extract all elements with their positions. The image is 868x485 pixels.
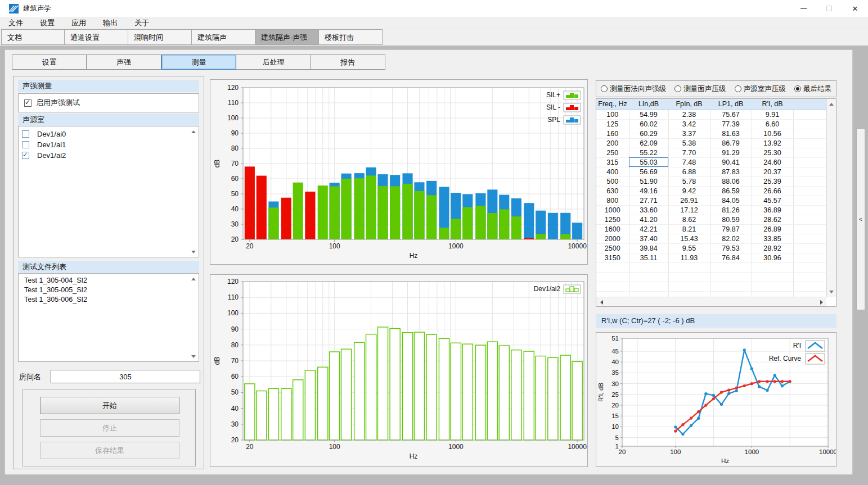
table-cell-15-5[interactable] [793,253,826,262]
table-cell-4-5[interactable] [793,148,826,157]
table-cell-8-0[interactable]: 630 [596,186,629,196]
table-cell-10-3[interactable]: 81.26 [710,205,752,215]
table-cell-5-1[interactable]: 55.03 [629,157,668,167]
panel-collapse-handle[interactable]: < [856,128,865,310]
channel-item-2[interactable]: Dev1/ai2 [19,150,199,160]
sub-tab-0[interactable]: 设置 [12,55,87,70]
table-cell-11-4[interactable]: 28.62 [752,215,793,224]
table-cell-8-3[interactable]: 86.59 [710,186,752,196]
enable-intensity-row[interactable]: 启用声强测试 [19,94,199,112]
maximize-button[interactable] [816,0,842,17]
channel-item-1[interactable]: Dev1/ai1 [19,139,199,149]
channel-checkbox-0[interactable] [22,130,29,138]
table-cell-11-2[interactable]: 8.62 [668,215,710,224]
table-cell-11-0[interactable]: 1250 [596,215,629,224]
table-cell-9-1[interactable]: 27.71 [629,196,668,205]
table-cell-2-4[interactable]: 10.56 [752,129,793,138]
file-item-2[interactable]: Test 1_305-006_SI2 [19,296,199,304]
table-cell-5-3[interactable]: 90.41 [710,157,752,167]
file-item-1[interactable]: Test 1_305-005_SI2 [19,286,199,294]
table-cell-0-0[interactable]: 100 [596,110,629,119]
radio-option-0[interactable]: 测量面法向声强级 [601,84,666,94]
table-cell-7-2[interactable]: 5.78 [668,176,710,186]
file-list-scroll-up[interactable] [191,276,196,282]
table-cell-6-3[interactable]: 87.83 [710,167,752,176]
table-cell-11-1[interactable]: 41.20 [629,215,668,224]
table-scroll-right[interactable] [818,300,824,305]
file-item-0[interactable]: Test 1_305-004_SI2 [19,277,199,285]
table-cell-3-5[interactable] [793,138,826,148]
table-cell-15-4[interactable]: 30.96 [752,253,793,262]
main-tab-3[interactable]: 建筑隔声 [192,29,255,45]
table-cell-1-0[interactable]: 125 [596,119,629,129]
table-cell-11-3[interactable]: 80.59 [710,215,752,224]
table-cell-0-1[interactable]: 54.99 [629,110,668,119]
table-scroll-left[interactable] [599,300,604,305]
main-tab-2[interactable]: 混响时间 [128,29,192,45]
table-cell-15-2[interactable]: 11.93 [668,253,710,262]
table-cell-15-1[interactable]: 35.11 [629,253,668,262]
menu-item-3[interactable]: 输出 [95,17,126,29]
table-cell-4-4[interactable]: 25.30 [752,148,793,157]
table-cell-8-2[interactable]: 9.42 [668,186,710,196]
table-cell-0-3[interactable]: 75.67 [710,110,752,119]
table-cell-6-0[interactable]: 400 [596,167,629,176]
table-cell-12-1[interactable]: 42.21 [629,224,668,234]
table-cell-7-0[interactable]: 500 [596,176,629,186]
radio-option-2[interactable]: 声源室声压级 [735,84,786,94]
table-cell-5-4[interactable]: 24.60 [752,157,793,167]
table-cell-15-0[interactable]: 3150 [596,253,629,262]
channel-item-0[interactable]: Dev1/ai0 [19,129,199,139]
main-tab-0[interactable]: 文档 [1,29,65,45]
channel-checkbox-1[interactable] [22,141,29,148]
table-cell-1-5[interactable] [793,119,826,129]
menu-item-0[interactable]: 文件 [0,17,32,29]
table-cell-14-0[interactable]: 2500 [596,243,629,253]
table-cell-10-0[interactable]: 1000 [596,205,629,215]
table-cell-0-5[interactable] [793,110,826,119]
table-cell-10-2[interactable]: 17.12 [668,205,710,215]
table-cell-9-2[interactable]: 26.91 [668,196,710,205]
close-button[interactable]: ✕ [842,0,868,17]
table-horizontal-scrollbar[interactable] [596,297,826,306]
menu-item-4[interactable]: 关于 [126,17,158,29]
main-tab-4[interactable]: 建筑隔声-声强 [255,29,319,45]
table-cell-13-1[interactable]: 37.40 [629,234,668,243]
table-vertical-scrollbar[interactable] [826,99,836,297]
room-name-input[interactable] [51,370,200,383]
radio-button-3[interactable] [794,85,801,92]
table-cell-2-2[interactable]: 3.37 [668,129,710,138]
sub-tab-2[interactable]: 测量 [161,55,236,70]
table-cell-7-5[interactable] [793,176,826,186]
file-list-scroll-down[interactable] [191,353,196,359]
table-cell-13-5[interactable] [793,234,826,243]
table-cell-3-1[interactable]: 62.09 [629,138,668,148]
table-cell-3-0[interactable]: 200 [596,138,629,148]
table-cell-9-0[interactable]: 800 [596,196,629,205]
table-cell-14-5[interactable] [793,243,826,253]
table-cell-12-2[interactable]: 8.21 [668,224,710,234]
channel-list-scroll-up[interactable] [191,129,196,134]
save-results-button[interactable]: 保存结果 [40,442,179,459]
table-cell-4-0[interactable]: 250 [596,148,629,157]
table-cell-10-5[interactable] [793,205,826,215]
radio-button-0[interactable] [601,85,608,92]
table-cell-2-0[interactable]: 160 [596,129,629,138]
table-cell-9-3[interactable]: 84.05 [710,196,752,205]
table-cell-15-3[interactable]: 76.84 [710,253,752,262]
table-cell-14-4[interactable]: 28.92 [752,243,793,253]
table-cell-14-1[interactable]: 39.84 [629,243,668,253]
table-cell-1-2[interactable]: 3.42 [668,119,710,129]
stop-button[interactable]: 停止 [40,419,179,437]
sub-tab-4[interactable]: 报告 [311,55,385,70]
table-cell-6-2[interactable]: 6.88 [668,167,710,176]
table-cell-9-5[interactable] [793,196,826,205]
table-cell-6-4[interactable]: 20.37 [752,167,793,176]
main-tab-5[interactable]: 楼板打击 [319,29,383,45]
menu-item-1[interactable]: 设置 [32,17,63,29]
table-cell-14-3[interactable]: 79.53 [710,243,752,253]
table-cell-10-1[interactable]: 33.60 [629,205,668,215]
sub-tab-1[interactable]: 声强 [87,55,161,70]
table-cell-5-0[interactable]: 315 [596,157,629,167]
table-cell-10-4[interactable]: 36.89 [752,205,793,215]
